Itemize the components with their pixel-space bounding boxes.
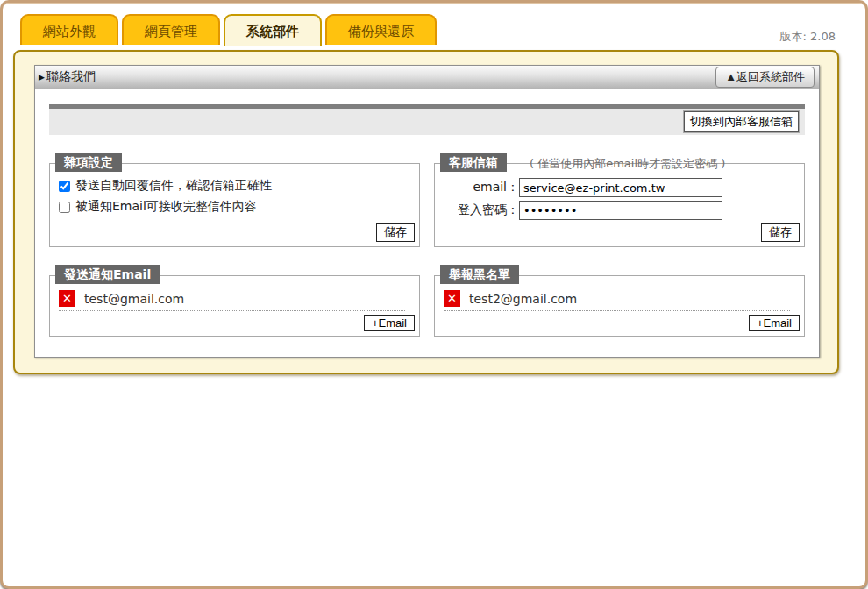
service-mailbox-legend: 客服信箱 [440, 153, 507, 172]
auto-reply-checkbox[interactable] [59, 181, 70, 192]
email-field-label: email： [444, 180, 519, 195]
misc-settings-save-button[interactable]: 儲存 [376, 223, 415, 242]
version-label: 版本: 2.08 [780, 29, 836, 45]
auto-reply-checkbox-label: 發送自動回覆信件，確認信箱正確性 [75, 178, 272, 194]
full-content-checkbox[interactable] [59, 202, 70, 213]
password-field-row: 登入密碼： [444, 201, 795, 220]
service-mailbox-note: ( 僅當使用內部email時才需設定密碼 ) [530, 156, 725, 172]
fieldset-row-2: 發送通知Email ✕ test@gmail.com +Email 舉報黑名單 [49, 275, 805, 337]
tab-system-components[interactable]: 系統部件 [224, 14, 322, 46]
full-content-checkbox-row[interactable]: 被通知Email可接收完整信件內容 [59, 199, 410, 215]
service-mailbox-save-button[interactable]: 儲存 [761, 223, 800, 242]
tab-content-panel: ▶ 聯絡我們 ▲返回系統部件 切換到內部客服信箱 雜項設定 [13, 50, 839, 374]
blacklist-legend: 舉報黑名單 [440, 265, 519, 284]
panel-content: 切換到內部客服信箱 雜項設定 發送自動回覆信件，確認信箱正確性 被 [35, 104, 819, 337]
fieldset-row-1: 雜項設定 發送自動回覆信件，確認信箱正確性 被通知Email可接收完整信件內容 [49, 163, 805, 247]
password-field-label: 登入密碼： [444, 202, 519, 218]
window-frame: 版本: 2.08 網站外觀 網頁管理 系統部件 備份與還原 ▶ 聯絡我們 ▲返回… [0, 0, 868, 589]
tab-page-management[interactable]: 網頁管理 [122, 14, 220, 45]
tab-site-appearance[interactable]: 網站外觀 [20, 14, 118, 45]
service-mailbox-fieldset: 客服信箱 ( 僅當使用內部email時才需設定密碼 ) email： 登入密碼： [434, 163, 805, 247]
switch-internal-mailbox-button[interactable]: 切換到內部客服信箱 [684, 111, 799, 132]
email-field-row: email： [444, 178, 795, 197]
blacklist-add-email-button[interactable]: +Email [749, 315, 800, 331]
misc-settings-fieldset: 雜項設定 發送自動回覆信件，確認信箱正確性 被通知Email可接收完整信件內容 [49, 163, 420, 247]
blacklist-email-item: ✕ test2@gmail.com [444, 288, 790, 311]
collapse-arrow-icon: ▶ [39, 73, 45, 82]
tab-backup-restore[interactable]: 備份與還原 [325, 14, 437, 45]
notify-email-legend: 發送通知Email [55, 265, 160, 284]
auto-reply-checkbox-row[interactable]: 發送自動回覆信件，確認信箱正確性 [59, 178, 410, 194]
notify-email-item: ✕ test@gmail.com [59, 288, 405, 311]
misc-settings-legend: 雜項設定 [55, 153, 122, 172]
blacklist-email-address: test2@gmail.com [469, 292, 577, 306]
contact-us-panel: ▶ 聯絡我們 ▲返回系統部件 切換到內部客服信箱 雜項設定 [34, 65, 820, 358]
tab-bar: 網站外觀 網頁管理 系統部件 備份與還原 [20, 14, 437, 45]
email-field[interactable] [519, 178, 722, 197]
password-field[interactable] [519, 201, 722, 220]
delete-email-icon[interactable]: ✕ [59, 290, 75, 307]
full-content-checkbox-label: 被通知Email可接收完整信件內容 [75, 199, 257, 215]
notify-email-fieldset: 發送通知Email ✕ test@gmail.com +Email [49, 275, 420, 337]
panel-title-text: 聯絡我們 [46, 69, 96, 85]
blacklist-fieldset: 舉報黑名單 ✕ test2@gmail.com +Email [434, 275, 805, 337]
toolbar-strip: 切換到內部客服信箱 [49, 109, 805, 135]
panel-header: ▶ 聯絡我們 ▲返回系統部件 [35, 66, 819, 89]
back-to-system-components-button[interactable]: ▲返回系統部件 [715, 67, 815, 88]
notify-add-email-button[interactable]: +Email [364, 315, 415, 331]
notify-email-address: test@gmail.com [84, 292, 184, 306]
panel-title: ▶ 聯絡我們 [39, 69, 96, 85]
delete-blacklist-email-icon[interactable]: ✕ [444, 290, 460, 307]
